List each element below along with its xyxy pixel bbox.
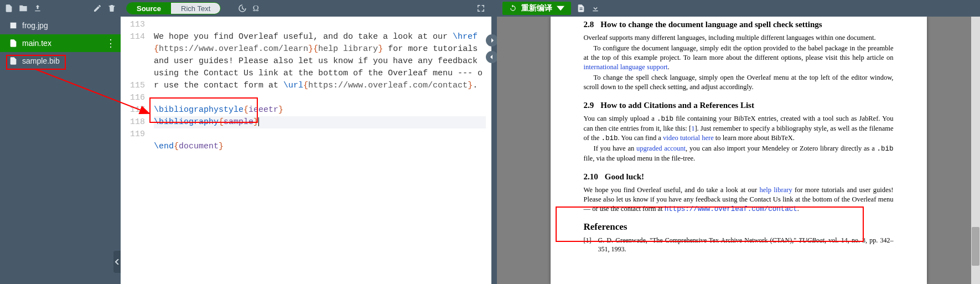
section-number: 2.8 [584, 20, 594, 29]
pdf-toolbar: 重新编译 [497, 0, 980, 17]
code-line-113[interactable] [154, 19, 486, 31]
code-editor[interactable]: 113114 115116117118119 We hope you find … [121, 17, 491, 284]
line-gutter: 113114 115116117118119 [121, 17, 149, 284]
section-number: 2.10 [584, 172, 598, 181]
code-line-118[interactable] [154, 128, 486, 141]
recompile-label: 重新编译 [521, 3, 552, 13]
paragraph: If you have an upgraded account, you can… [584, 144, 894, 163]
reference-item: [1]G. D. Greenwade, "The Comprehensive T… [584, 236, 894, 254]
new-file-icon[interactable] [4, 4, 13, 13]
collapse-file-panel-button[interactable] [113, 251, 121, 273]
file-tree-panel: frog.jpgmain.tex⋮sample.bib [0, 0, 121, 284]
editor-pdf-splitter[interactable] [491, 0, 497, 284]
file-name: frog.jpg [22, 21, 48, 30]
code-content[interactable]: We hope you find Overleaf useful, and do… [149, 17, 491, 284]
pdf-viewer[interactable]: 2.8How to change the document language a… [497, 17, 980, 284]
sync-pdf-to-code-button[interactable] [486, 51, 498, 63]
code-line-116[interactable]: \bibliographystyle{ieeetr} [154, 104, 486, 116]
rename-icon[interactable] [93, 4, 102, 13]
section-title: How to change the document language and … [600, 20, 822, 29]
upload-icon[interactable] [33, 4, 42, 13]
file-name: main.tex [22, 39, 51, 48]
section-title: Good luck! [605, 172, 644, 181]
code-line-117[interactable]: \bibliography{sample} [154, 116, 486, 128]
editor-toolbar: Source Rich Text Ω [121, 0, 491, 17]
link-intl-lang-support[interactable]: international language support [584, 63, 668, 71]
editor-panel: Source Rich Text Ω 113114 11511611711811… [121, 0, 491, 284]
file-item-frog-jpg[interactable]: frog.jpg [0, 17, 121, 34]
code-line-115[interactable] [154, 92, 486, 104]
link-help-library[interactable]: help library [759, 186, 792, 194]
file-icon [9, 56, 18, 65]
pdf-page: 2.8How to change the document language a… [551, 17, 927, 284]
file-item-sample-bib[interactable]: sample.bib [0, 52, 121, 70]
file-icon [9, 39, 18, 48]
new-folder-icon[interactable] [19, 4, 28, 13]
pdf-scrollbar-thumb[interactable] [972, 227, 979, 266]
paragraph: To change the spell check language, simp… [584, 73, 894, 92]
paragraph: Overleaf supports many different languag… [584, 33, 894, 43]
pdf-panel: 重新编译 2.8How to change the document langu… [497, 0, 980, 284]
fullscreen-icon[interactable] [476, 3, 486, 13]
file-tree-toolbar [0, 0, 121, 17]
file-item-main-tex[interactable]: main.tex⋮ [0, 34, 121, 52]
link-video-tutorial[interactable]: video tutorial here [663, 134, 714, 142]
paragraph: To configure the document language, simp… [584, 44, 894, 72]
history-icon[interactable] [237, 3, 247, 13]
link-upgraded-account[interactable]: upgraded account [636, 144, 686, 152]
file-name: sample.bib [22, 56, 60, 65]
code-line-119[interactable]: \end{document} [154, 141, 486, 153]
recompile-button[interactable]: 重新编译 [502, 2, 571, 15]
file-list: frog.jpgmain.tex⋮sample.bib [0, 17, 121, 70]
link-contact[interactable]: https://www.overleaf.com/contact [665, 205, 797, 213]
section-title: How to add Citations and a References Li… [600, 101, 754, 110]
section-number: 2.9 [584, 101, 594, 110]
logs-icon[interactable] [577, 4, 585, 13]
editor-mode-segment: Source Rich Text [126, 2, 221, 14]
delete-icon[interactable] [107, 4, 116, 13]
sync-code-to-pdf-button[interactable] [486, 34, 498, 47]
paragraph: We hope you find Overleaf useful, and do… [584, 185, 894, 214]
code-line-114[interactable]: We hope you find Overleaf useful, and do… [154, 31, 486, 92]
paragraph: You can simply upload a .bib file contai… [584, 114, 894, 143]
source-tab[interactable]: Source [127, 3, 171, 14]
image-icon [9, 21, 18, 30]
chevron-down-icon [557, 4, 564, 12]
richtext-tab[interactable]: Rich Text [171, 3, 220, 14]
download-icon[interactable] [591, 4, 600, 13]
references-list: [1]G. D. Greenwade, "The Comprehensive T… [584, 236, 894, 254]
references-heading: References [584, 221, 894, 234]
omega-icon[interactable]: Ω [251, 3, 261, 13]
pdf-scrollbar[interactable] [971, 17, 980, 284]
